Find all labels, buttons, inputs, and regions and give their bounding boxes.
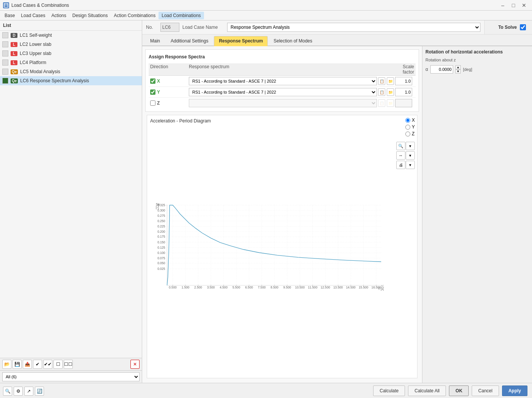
rotation-subsection: Rotation about z [425,58,529,62]
filter-dropdown[interactable]: All (6) [2,372,140,381]
cancel-button[interactable]: Cancel [472,385,499,396]
calculate-all-button[interactable]: Calculate All [408,385,446,396]
color-swatch [2,32,8,38]
spectra-section: Assign Response Spectra Direction Respon… [145,49,419,112]
ok-button[interactable]: OK [449,385,469,396]
svg-text:12.500: 12.500 [320,286,330,289]
list-item[interactable]: D LC1 Self-weight [0,31,142,40]
uncheck-all-button[interactable]: ☐☐ [64,360,73,369]
svg-text:0.325: 0.325 [157,204,165,207]
radio-z[interactable] [405,132,410,136]
header-area: No. Load Case Name Response Spectrum Ana… [142,20,532,34]
list-item-lc6[interactable]: Qe LC6 Response Spectrum Analysis [0,76,142,85]
calculate-button[interactable]: Calculate [373,385,405,396]
list-header: List [0,20,142,31]
list-item-name: LC2 Lower slab [20,42,51,47]
list-item[interactable]: L LC4 Platform [0,58,142,67]
radio-x[interactable] [405,118,410,123]
list-item[interactable]: Qe LC5 Modal Analysis [0,67,142,76]
z-icon-btn-2[interactable]: 📁 [387,99,394,107]
svg-text:0.250: 0.250 [157,219,165,223]
radio-row-y: Y [405,124,415,130]
tab-selection-of-modes[interactable]: Selection of Modes [268,36,317,45]
tab-main[interactable]: Main [145,36,165,45]
open-folder-button[interactable]: 📂 [2,360,11,369]
chart-radio-group: X Y Z [405,118,415,136]
minimize-button[interactable]: – [498,1,508,9]
refresh-button[interactable]: 🔄 [35,387,44,396]
filter-bar: All (6) [0,370,142,383]
y-icon-btn-2[interactable]: 📁 [387,88,394,96]
spectrum-z-dropdown[interactable] [189,99,377,107]
chart-title: Acceleration - Period Diagram [150,118,414,124]
spin-buttons: ▲ ▼ [455,65,461,74]
z-icon-btn-1[interactable]: 📋 [378,99,385,107]
dir-z-checkbox[interactable] [150,100,155,106]
col-scale: Scale factor [395,64,414,75]
list-item[interactable]: L LC3 Upper slab [0,49,142,58]
arrow-button[interactable]: ↗ [24,387,33,396]
apply-button[interactable]: Apply [502,385,527,396]
svg-text:0.275: 0.275 [157,214,165,218]
lc-number-input[interactable] [160,23,179,32]
print-button[interactable]: 🖨 [396,161,405,169]
list-item-badge: Qe [11,78,18,83]
menu-item-base[interactable]: Base [2,12,18,19]
spin-down[interactable]: ▼ [455,69,461,74]
menu-item-design-situations[interactable]: Design Situations [69,12,111,19]
tab-additional-settings[interactable]: Additional Settings [166,36,213,45]
export-button[interactable]: 📤 [23,360,32,369]
svg-text:4.500: 4.500 [220,286,228,289]
y-icon-btn-1[interactable]: 📋 [378,88,385,96]
list-item[interactable]: L LC2 Lower slab [0,40,142,49]
to-solve-checkbox[interactable] [520,24,526,30]
print-dropdown[interactable]: ▾ [406,161,415,169]
uncheck-button[interactable]: ☐ [53,360,63,369]
svg-text:8.500: 8.500 [271,286,279,289]
svg-text:6.500: 6.500 [245,286,253,289]
radio-y[interactable] [405,125,410,130]
menu-item-actions[interactable]: Actions [48,12,69,19]
menu-item-load-cases[interactable]: Load Cases [18,12,48,19]
lc-name-dropdown[interactable]: Response Spectrum Analysis [227,23,480,32]
pan-button[interactable]: ↔ [396,151,405,160]
dir-x-checkbox[interactable] [150,78,155,84]
zoom-button[interactable]: 🔍 [396,142,405,150]
x-icon-btn-1[interactable]: 📋 [378,77,385,85]
menu-item-action-combinations[interactable]: Action Combinations [111,12,159,19]
spectra-row-z: Z 📋 📁 [149,98,416,108]
check-all-button[interactable]: ✔✔ [43,360,52,369]
spin-up[interactable]: ▲ [455,65,461,69]
tab-response-spectrum[interactable]: Response Spectrum [214,36,268,46]
right-sidebar: Rotation of horizontal accelerations Rot… [422,46,532,383]
search-button[interactable]: 🔍 [3,387,12,396]
spectrum-y-dropdown[interactable]: RS1 - According to Standard - ASCE 7 | 2… [189,88,377,96]
dir-z-cell: Z [150,100,188,106]
to-solve-area: To Solve [484,20,532,34]
check-button[interactable]: ✔ [33,360,42,369]
menu-item-load-combinations[interactable]: Load Combinations [159,12,204,19]
dir-x-cell: X [150,78,188,84]
svg-text:10.500: 10.500 [295,286,305,289]
x-icon-btn-2[interactable]: 📁 [387,77,394,85]
save-button[interactable]: 💾 [13,360,22,369]
color-swatch [2,41,8,47]
scale-z-input[interactable] [395,99,412,107]
spectrum-x-dropdown[interactable]: RS1 - According to Standard - ASCE 7 | 2… [189,77,377,85]
alpha-input[interactable] [430,65,453,74]
scale-x-input[interactable] [395,77,412,85]
scale-y-input[interactable] [395,88,412,96]
col-direction: Direction [150,64,188,75]
svg-text:0.025: 0.025 [157,267,165,271]
maximize-button[interactable]: □ [508,1,518,9]
tools-button[interactable]: ⚙ [14,387,23,396]
svg-text:5.500: 5.500 [232,286,240,289]
dir-y-checkbox[interactable] [150,89,155,95]
pan-dropdown[interactable]: ▾ [406,151,415,160]
radio-x-label: X [412,118,415,123]
close-button[interactable]: ✕ [519,1,529,9]
delete-button[interactable]: ✕ [130,360,140,369]
chart-tools: 🔍 ▾ ↔ ▾ 🖨 ▾ [396,142,415,169]
alpha-label: α [425,67,428,72]
zoom-dropdown[interactable]: ▾ [406,142,415,150]
